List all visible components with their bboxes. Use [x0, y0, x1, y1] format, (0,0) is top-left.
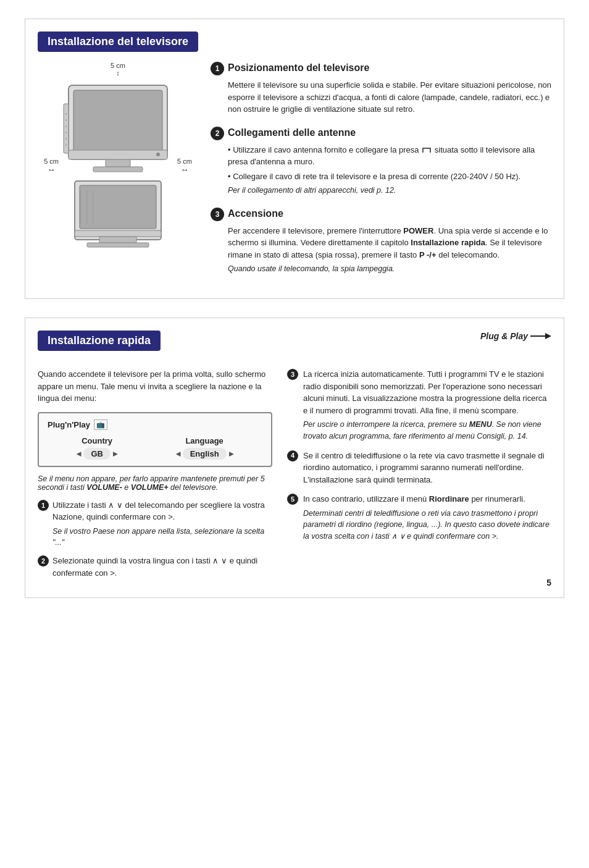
step-2-section: 2 Collegamenti delle antenne Utilizzare … [211, 127, 551, 196]
svg-rect-17 [87, 243, 149, 247]
tv-illustration: 5 cm ↕ 5 cm ↔ [38, 62, 198, 286]
left-label: 5 cm [44, 158, 59, 165]
tv-svg [62, 79, 173, 252]
bottom-header-row: Installazione rapida Plug & Play [38, 331, 551, 361]
right-step-4: 4 Se il centro di telediffusione o la re… [287, 450, 551, 486]
right-step-3: 3 La ricerca inizia automaticamente. Tut… [287, 368, 551, 442]
svg-rect-4 [69, 150, 167, 159]
step-3-body: Per accendere il televisore, premere l'i… [228, 225, 551, 275]
pnp-country-right-arrow: ▸ [113, 449, 117, 458]
top-section-header: Installazione del televisore [38, 32, 198, 52]
svg-rect-3 [93, 167, 143, 172]
svg-rect-1 [73, 90, 162, 152]
right-step-5: 5 In caso contrario, utilizzare il menù … [287, 493, 551, 542]
svg-marker-22 [545, 333, 551, 339]
pnp-country-label: Country [81, 436, 112, 445]
step-1-body: Mettere il televisore su una superficie … [228, 79, 551, 116]
pnp-language-left-arrow: ◂ [176, 449, 180, 458]
right-label: 5 cm [177, 158, 192, 165]
svg-point-12 [156, 153, 160, 156]
bottom-section-header: Installazione rapida [38, 331, 161, 351]
bottom-right: 3 La ricerca inizia automaticamente. Tut… [287, 368, 551, 585]
svg-rect-2 [106, 159, 130, 167]
step-3-section: 3 Accensione Per accendere il televisore… [211, 208, 551, 275]
bottom-content: Quando accendete il televisore per la pr… [38, 368, 551, 585]
step-2-title: 2 Collegamenti delle antenne [211, 127, 551, 140]
tv-side-container: 5 cm ↔ [44, 79, 192, 252]
plug-play-badge: Plug & Play [480, 331, 551, 342]
intro-text: Quando accendete il televisore per la pr… [38, 368, 272, 405]
step-1-section: 1 Posizionamento del televisore Mettere … [211, 62, 551, 116]
page-number: 5 [546, 578, 551, 588]
step-2-body: Utilizzare il cavo antenna fornito e col… [228, 144, 551, 196]
italic-note-pnp: Se il menu non appare, per farlo apparir… [38, 474, 272, 492]
pnp-screen: Plug'n'Play 📺 Country ◂ GB ▸ Language [38, 412, 272, 467]
top-section: Installazione del televisore 5 cm ↕ 5 cm… [25, 19, 564, 299]
left-step-2: 2 Selezionate quindi la vostra lingua co… [38, 555, 272, 579]
left-step-1: 1 Utilizzate i tasti ∧ ∨ del telecomando… [38, 499, 272, 549]
right-content: 1 Posizionamento del televisore Mettere … [211, 62, 551, 286]
top-section-content: 5 cm ↕ 5 cm ↔ [38, 62, 551, 286]
svg-rect-14 [80, 185, 156, 229]
step-1-title: 1 Posizionamento del televisore [211, 62, 551, 75]
pnp-country-value: GB [83, 448, 111, 460]
svg-rect-16 [99, 237, 136, 243]
bottom-section: Installazione rapida Plug & Play Quando … [25, 318, 564, 598]
pnp-language-value: English [183, 448, 227, 460]
pnp-icon: 📺 [94, 419, 107, 430]
top-arrow-label: 5 cm ↕ [111, 62, 125, 77]
plug-play-arrow-icon [530, 331, 551, 342]
pnp-screen-title: Plug'n'Play [48, 420, 90, 429]
svg-rect-15 [75, 230, 161, 237]
pnp-language-right-arrow: ▸ [229, 449, 233, 458]
pnp-language-label: Language [185, 436, 223, 445]
bottom-left: Quando accendete il televisore per la pr… [38, 368, 272, 585]
step-3-title: 3 Accensione [211, 208, 551, 221]
pnp-country-left-arrow: ◂ [77, 449, 81, 458]
